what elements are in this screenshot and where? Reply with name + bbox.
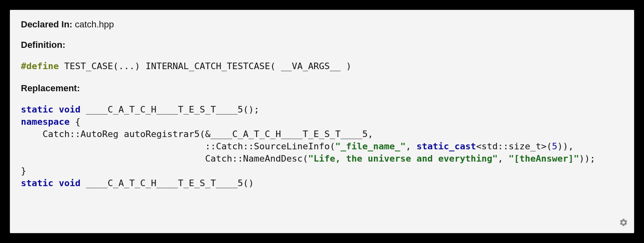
line7-rest: ____C_A_T_C_H____T_E_S_T____5() [81, 178, 254, 188]
line3-text: Catch::AutoReg autoRegistrar5(&____C_A_T… [43, 129, 373, 139]
kw-namespace: namespace [21, 117, 70, 127]
str-file-name: "_file_name_" [335, 141, 405, 151]
str-answer: "[theAnswer]" [509, 153, 579, 164]
settings-button[interactable] [618, 218, 629, 229]
replacement-code: static void ____C_A_T_C_H____T_E_S_T____… [21, 104, 623, 189]
line2-rest: { [70, 117, 81, 127]
line5-pre: Catch::NameAndDesc( [205, 153, 308, 164]
declared-in-value: catch.hpp [75, 19, 114, 29]
gear-icon [619, 218, 628, 229]
line5-mid: , [498, 153, 509, 164]
line4-mid1: , [405, 141, 417, 151]
definition-label: Definition: [21, 40, 623, 50]
replacement-label: Replacement: [21, 83, 623, 94]
line4-mid2: <std::size_t>( [476, 141, 552, 151]
kw-static-void-1: static void [21, 104, 81, 115]
token-define: #define [21, 61, 59, 71]
kw-static-cast: static_cast [417, 141, 476, 151]
kw-static-void-2: static void [21, 178, 81, 188]
tooltip-panel: Declared In: catch.hpp Definition: #defi… [10, 10, 634, 233]
line5-post: )); [579, 153, 595, 164]
line3-indent [21, 129, 43, 139]
str-life: "Life, the universe and everything" [308, 153, 498, 164]
line1-rest: ____C_A_T_C_H____T_E_S_T____5(); [81, 104, 259, 115]
line5-indent [21, 153, 205, 164]
declared-in-label: Declared In: [21, 19, 72, 29]
definition-code: #define TEST_CASE(...) INTERNAL_CATCH_TE… [21, 60, 623, 72]
line4-indent [21, 141, 205, 151]
line4-pre: ::Catch::SourceLineInfo( [205, 141, 335, 151]
declared-in-line: Declared In: catch.hpp [21, 19, 623, 30]
num-5: 5 [552, 141, 557, 151]
definition-rest: TEST_CASE(...) INTERNAL_CATCH_TESTCASE( … [59, 61, 351, 71]
line6-text: } [21, 166, 26, 176]
line4-post: )), [557, 141, 574, 151]
